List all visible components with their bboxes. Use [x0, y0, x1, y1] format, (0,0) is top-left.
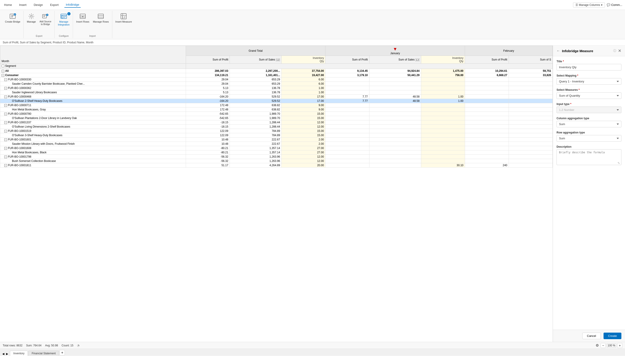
- expand-icon[interactable]: −: [4, 147, 7, 150]
- col-header-month: Month: [0, 46, 186, 64]
- table-row[interactable]: −FUR-BO-10001337-18.151,288.4412.00: [0, 120, 553, 125]
- expand-icon[interactable]: −: [1, 70, 4, 73]
- expand-icon[interactable]: −: [4, 104, 7, 107]
- row-value-cell: [369, 103, 421, 108]
- table-row[interactable]: −FUR-BO-100003625.13136.781.00: [0, 86, 553, 90]
- table-row[interactable]: Sauder Inglewood Library Bookcases5.1313…: [0, 90, 553, 95]
- row-value-cell: [325, 112, 369, 116]
- row-value-cell: [325, 86, 369, 90]
- table-row[interactable]: Bush Somerset Collection Bookcase-56.321…: [0, 159, 553, 163]
- row-value-cell: [465, 90, 509, 95]
- expand-icon[interactable]: −: [4, 164, 7, 167]
- segment-checkbox[interactable]: [1, 65, 4, 67]
- nav-home[interactable]: Home: [3, 2, 13, 7]
- table-row[interactable]: −FUR-BO-10000780-542.651,989.7015.00: [0, 112, 553, 116]
- expand-icon[interactable]: −: [4, 130, 7, 133]
- row-value-cell: [509, 163, 553, 168]
- row-value-cell: [465, 150, 509, 155]
- create-button[interactable]: Create: [603, 333, 621, 339]
- expand-icon[interactable]: −: [4, 95, 7, 98]
- manage-rows-icon: [97, 13, 104, 20]
- close-button[interactable]: ✕: [618, 48, 621, 53]
- table-area[interactable]: Month Grand Total ▼ January February Sum…: [0, 46, 553, 342]
- nav-insert[interactable]: Insert: [18, 2, 28, 7]
- ribbon-group-export: Manage Add Sourceto Bridge Export: [24, 11, 55, 38]
- nav-infobridge[interactable]: InfoBridge: [64, 2, 80, 8]
- table-row[interactable]: Hon Metal Bookcases, Gray172.48638.829.0…: [0, 108, 553, 112]
- nav-export[interactable]: Export: [49, 2, 60, 7]
- table-row[interactable]: −FUR-BO-1000160110.48222.672.00: [0, 138, 553, 142]
- col-agg-select[interactable]: Sum: [557, 121, 621, 127]
- row-value-cell: [421, 133, 465, 138]
- table-row[interactable]: −Consumer134,119.211,161,401...19,427.00…: [0, 73, 553, 78]
- back-button[interactable]: ←: [557, 49, 560, 53]
- table-row[interactable]: O'Sullivan Plantations 2-Door Library in…: [0, 116, 553, 120]
- ribbon-group-create: Create Bridge: [2, 11, 24, 38]
- expand-icon[interactable]: −: [4, 78, 7, 81]
- expand-icon[interactable]: −: [4, 87, 7, 90]
- add-sheet-button[interactable]: +: [60, 350, 65, 355]
- table-row[interactable]: Hon Metal Bookcases, Black-80.211,357.14…: [0, 150, 553, 155]
- cancel-button[interactable]: Cancel: [582, 333, 601, 339]
- row-value-cell: [509, 133, 553, 138]
- ribbon-group-measure: 1.2 Insert Measure: [112, 11, 135, 38]
- row-value-cell: [465, 103, 509, 108]
- title-input[interactable]: [557, 64, 621, 70]
- table-row[interactable]: Sauder Camden County Barrister Bookcase,…: [0, 82, 553, 86]
- edit-icon[interactable]: ✎: [618, 162, 620, 165]
- create-bridge-button[interactable]: Create Bridge: [4, 12, 22, 24]
- nav-design[interactable]: Design: [32, 2, 44, 7]
- row-value-cell: 94,924.84: [369, 69, 421, 73]
- add-source-button[interactable]: Add Sourceto Bridge: [38, 12, 53, 27]
- description-textarea[interactable]: [557, 149, 621, 165]
- row-value-cell: 222.67: [230, 138, 281, 142]
- row-value-cell: [465, 142, 509, 146]
- field-description-group: Description ✎: [557, 145, 621, 166]
- sheet-prev[interactable]: ◀: [2, 352, 5, 356]
- field-mapping-group: Select Mapping * Query 1 - Inventory: [557, 74, 621, 85]
- insert-measure-button[interactable]: 1.2 Insert Measure: [114, 12, 133, 24]
- row-value-cell: [509, 108, 553, 112]
- svg-rect-16: [62, 16, 63, 18]
- settings-icon[interactable]: ⚙: [596, 343, 599, 347]
- table-row[interactable]: −FUR-BO-1000033029.04653.296.00: [0, 78, 553, 82]
- row-value-cell: 29.04: [186, 82, 230, 86]
- table-row[interactable]: −FUR-BO-10001798-56.321,263.9612.00: [0, 155, 553, 159]
- row-label: FUR-BO-10001798: [8, 155, 31, 158]
- comment-button[interactable]: 💬 Comm...: [607, 3, 622, 6]
- row-label-cell: −FUR-BO-10001601: [0, 138, 186, 142]
- mapping-select[interactable]: Query 1 - Inventory: [557, 78, 621, 85]
- insert-rows-button[interactable]: Insert Rows: [75, 12, 91, 24]
- row-value-cell: [509, 142, 553, 146]
- data-table: Month Grand Total ▼ January February Sum…: [0, 46, 553, 168]
- manage-rows-button[interactable]: Manage Rows: [92, 12, 110, 24]
- table-row[interactable]: −FUR-BO-10000711172.48638.829.00: [0, 103, 553, 108]
- sheet-tab-inventory[interactable]: Inventory: [10, 351, 28, 356]
- table-row[interactable]: −FUR-BO-10000468-164.20529.5217.007.7748…: [0, 95, 553, 99]
- table-row[interactable]: −FUR-BO-10001519122.09784.8915.00: [0, 129, 553, 133]
- manage-columns-button[interactable]: ☰ Manage Columns ▾: [573, 2, 605, 7]
- input-type-select[interactable]: 1.2 Number: [557, 107, 621, 113]
- sheet-tab-financial[interactable]: Financial Statement: [28, 351, 59, 356]
- table-row[interactable]: −FUR-BO-10001608-80.211,357.1427.00: [0, 146, 553, 150]
- measures-select[interactable]: Sum of Quantity: [557, 92, 621, 99]
- table-row[interactable]: O'Sullivan 2-Shelf Heavy-Duty Bookcases-…: [0, 99, 553, 103]
- expand-icon[interactable]: −: [4, 139, 7, 141]
- zoom-out-button[interactable]: −: [601, 343, 606, 348]
- table-row[interactable]: Sauder Mission Library with Doors, Fruit…: [0, 142, 553, 146]
- row-agg-select[interactable]: Sum: [557, 135, 621, 141]
- expand-icon[interactable]: −: [1, 74, 4, 77]
- table-row[interactable]: −All286,397.032,297,200...37,754.009,134…: [0, 69, 553, 73]
- zoom-in-button[interactable]: +: [617, 343, 622, 348]
- expand-icon[interactable]: −: [4, 113, 7, 115]
- table-row[interactable]: O'Sullivan Living Dimensions 2-Shelf Boo…: [0, 125, 553, 129]
- expand-icon[interactable]: −: [4, 121, 7, 124]
- expand-icon[interactable]: −: [4, 156, 7, 158]
- sheet-next[interactable]: ▶: [6, 352, 9, 356]
- manage-button[interactable]: Manage: [26, 12, 37, 24]
- table-row[interactable]: O'Sullivan 3-Shelf Heavy-Duty Bookcases1…: [0, 133, 553, 138]
- table-row[interactable]: −FUR-BO-1000181151.174,264.8920.0030.102…: [0, 163, 553, 168]
- row-label-cell: −FUR-BO-10000711: [0, 103, 186, 108]
- row-agg-select-wrapper: Sum: [557, 135, 621, 141]
- row-value-cell: 172.48: [186, 108, 230, 112]
